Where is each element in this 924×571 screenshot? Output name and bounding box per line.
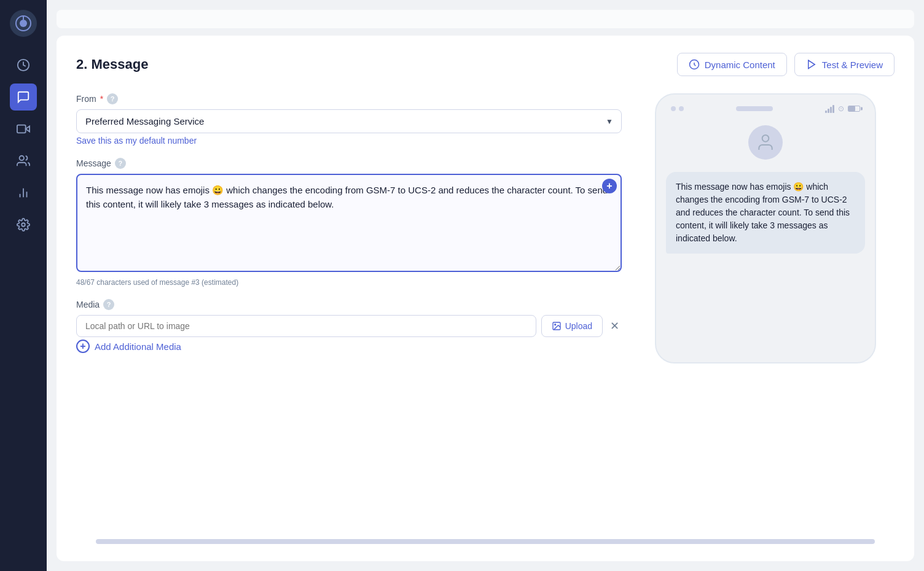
- message-help-icon[interactable]: ?: [115, 158, 126, 169]
- bottom-scrollbar[interactable]: [96, 539, 875, 544]
- header-buttons: Dynamic Content Test & Preview: [677, 53, 895, 76]
- message-textarea[interactable]: [76, 174, 622, 272]
- app-logo[interactable]: [10, 10, 37, 37]
- left-column: From * ? Preferred Messaging Service ▼ S…: [76, 93, 622, 529]
- save-default-link[interactable]: Save this as my default number: [76, 136, 622, 146]
- phone-preview: ⊙ Th: [655, 93, 876, 363]
- svg-marker-12: [808, 60, 815, 69]
- svg-point-15: [762, 135, 769, 142]
- test-preview-icon: [806, 59, 817, 70]
- svg-point-10: [22, 223, 25, 227]
- svg-point-14: [554, 324, 555, 325]
- phone-bar: [736, 106, 773, 111]
- sidebar: [0, 0, 47, 571]
- char-count: 48/67 characters used of message #3 (est…: [76, 278, 622, 287]
- phone-dot-2: [679, 106, 684, 111]
- phone-signal-icons: ⊙: [825, 104, 860, 113]
- media-input[interactable]: [76, 315, 536, 337]
- svg-point-6: [20, 156, 24, 160]
- from-field-group: From * ? Preferred Messaging Service ▼ S…: [76, 93, 622, 146]
- media-help-icon[interactable]: ?: [103, 299, 114, 310]
- sidebar-item-analytics[interactable]: [10, 179, 37, 206]
- content-grid: From * ? Preferred Messaging Service ▼ S…: [76, 93, 895, 529]
- sidebar-item-messages[interactable]: [10, 84, 37, 111]
- remove-media-button[interactable]: ✕: [608, 317, 622, 335]
- upload-icon: [552, 321, 562, 331]
- media-label: Media ?: [76, 299, 622, 310]
- dynamic-content-label: Dynamic Content: [705, 60, 775, 70]
- sidebar-item-dashboard[interactable]: [10, 52, 37, 79]
- message-field-group: Message ? + 48/67 characters used of mes…: [76, 158, 622, 287]
- test-preview-button[interactable]: Test & Preview: [794, 53, 895, 76]
- sidebar-item-contacts[interactable]: [10, 147, 37, 174]
- media-row: Upload ✕: [76, 315, 622, 337]
- svg-rect-5: [17, 125, 26, 133]
- wifi-icon: ⊙: [838, 104, 844, 113]
- from-help-icon[interactable]: ?: [107, 93, 118, 104]
- main-content: 2. Message Dynamic Content Test & Previe…: [47, 0, 924, 571]
- add-circle-icon: +: [76, 340, 90, 353]
- card-header: 2. Message Dynamic Content Test & Previe…: [76, 53, 895, 76]
- contact-avatar: [748, 125, 783, 160]
- battery-icon: [848, 106, 860, 112]
- preview-message-text: This message now has emojis 😀 which chan…: [676, 182, 850, 243]
- from-select-wrapper: Preferred Messaging Service ▼: [76, 109, 622, 133]
- svg-marker-4: [26, 126, 29, 131]
- from-label: From * ?: [76, 93, 622, 104]
- phone-top-bar: ⊙: [666, 104, 865, 113]
- from-select[interactable]: Preferred Messaging Service: [76, 109, 622, 133]
- phone-dot-1: [671, 106, 676, 111]
- preview-message-bubble: This message now has emojis 😀 which chan…: [666, 172, 865, 254]
- required-indicator: *: [100, 94, 103, 104]
- svg-point-1: [20, 20, 27, 27]
- phone-dots: [671, 106, 684, 111]
- test-preview-label: Test & Preview: [822, 60, 883, 70]
- sidebar-item-campaigns[interactable]: [10, 115, 37, 142]
- message-card: 2. Message Dynamic Content Test & Previe…: [57, 36, 914, 561]
- message-wrapper: +: [76, 174, 622, 274]
- upload-button[interactable]: Upload: [541, 315, 603, 337]
- add-dynamic-button[interactable]: +: [602, 179, 617, 193]
- add-media-link[interactable]: + Add Additional Media: [76, 340, 622, 353]
- media-field-group: Media ? Upload ✕: [76, 299, 622, 353]
- message-label: Message ?: [76, 158, 622, 169]
- top-bar: [57, 10, 914, 28]
- sidebar-item-settings[interactable]: [10, 211, 37, 238]
- dynamic-content-icon: [689, 59, 700, 70]
- signal-bars: [825, 105, 834, 113]
- page-title: 2. Message: [76, 56, 148, 72]
- right-column: ⊙ Th: [636, 93, 895, 529]
- dynamic-content-button[interactable]: Dynamic Content: [677, 53, 787, 76]
